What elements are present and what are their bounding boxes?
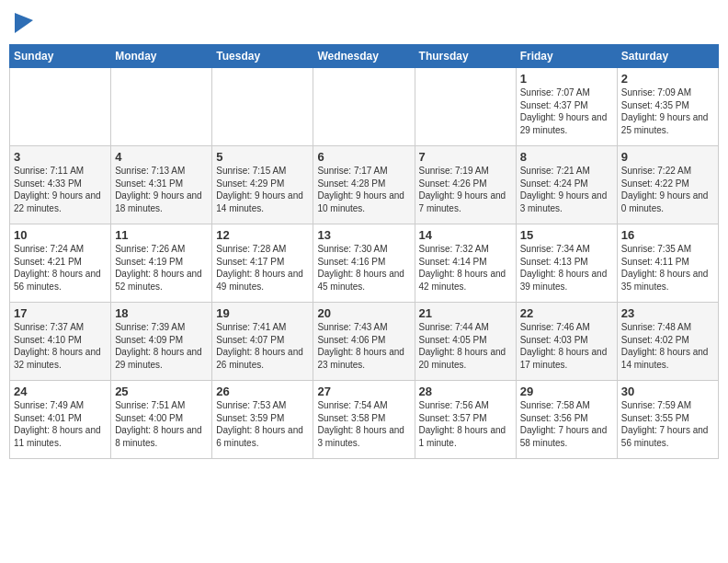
day-info: Sunrise: 7:51 AM Sunset: 4:00 PM Dayligh… <box>115 399 208 449</box>
day-number: 21 <box>419 306 512 320</box>
day-number: 27 <box>317 385 410 398</box>
calendar-cell: 18Sunrise: 7:39 AM Sunset: 4:09 PM Dayli… <box>111 303 212 381</box>
weekday-header-tuesday: Tuesday <box>212 45 313 68</box>
day-info: Sunrise: 7:26 AM Sunset: 4:19 PM Dayligh… <box>115 243 208 293</box>
calendar-cell: 12Sunrise: 7:28 AM Sunset: 4:17 PM Dayli… <box>212 224 313 303</box>
day-number: 10 <box>14 228 107 242</box>
calendar-cell: 20Sunrise: 7:43 AM Sunset: 4:06 PM Dayli… <box>313 303 415 381</box>
day-info: Sunrise: 7:07 AM Sunset: 4:37 PM Dayligh… <box>520 86 613 136</box>
calendar-cell: 28Sunrise: 7:56 AM Sunset: 3:57 PM Dayli… <box>415 381 516 459</box>
day-number: 6 <box>317 150 410 164</box>
weekday-header-thursday: Thursday <box>415 45 516 68</box>
day-info: Sunrise: 7:41 AM Sunset: 4:07 PM Dayligh… <box>216 321 309 371</box>
weekday-header-monday: Monday <box>111 45 212 68</box>
day-number: 22 <box>520 306 613 320</box>
calendar-cell: 19Sunrise: 7:41 AM Sunset: 4:07 PM Dayli… <box>212 303 313 381</box>
calendar-cell: 14Sunrise: 7:32 AM Sunset: 4:14 PM Dayli… <box>415 224 516 303</box>
calendar-cell: 3Sunrise: 7:11 AM Sunset: 4:33 PM Daylig… <box>10 146 111 224</box>
day-info: Sunrise: 7:17 AM Sunset: 4:28 PM Dayligh… <box>317 165 410 214</box>
calendar-cell <box>111 68 212 146</box>
logo <box>9 9 37 37</box>
day-info: Sunrise: 7:43 AM Sunset: 4:06 PM Dayligh… <box>317 321 410 371</box>
weekday-header-saturday: Saturday <box>617 45 718 68</box>
day-info: Sunrise: 7:19 AM Sunset: 4:26 PM Dayligh… <box>419 165 512 214</box>
calendar-week-5: 24Sunrise: 7:49 AM Sunset: 4:01 PM Dayli… <box>10 381 719 459</box>
day-info: Sunrise: 7:46 AM Sunset: 4:03 PM Dayligh… <box>520 321 613 371</box>
day-number: 5 <box>216 150 309 164</box>
calendar-cell: 16Sunrise: 7:35 AM Sunset: 4:11 PM Dayli… <box>617 224 718 303</box>
day-info: Sunrise: 7:49 AM Sunset: 4:01 PM Dayligh… <box>14 399 107 449</box>
day-number: 19 <box>216 306 309 320</box>
day-info: Sunrise: 7:35 AM Sunset: 4:11 PM Dayligh… <box>621 243 714 293</box>
day-info: Sunrise: 7:56 AM Sunset: 3:57 PM Dayligh… <box>419 399 512 449</box>
calendar-cell: 10Sunrise: 7:24 AM Sunset: 4:21 PM Dayli… <box>10 224 111 303</box>
header <box>9 9 719 37</box>
day-number: 23 <box>621 306 714 320</box>
calendar-cell: 2Sunrise: 7:09 AM Sunset: 4:35 PM Daylig… <box>617 68 718 146</box>
day-info: Sunrise: 7:09 AM Sunset: 4:35 PM Dayligh… <box>621 86 714 136</box>
day-info: Sunrise: 7:39 AM Sunset: 4:09 PM Dayligh… <box>115 321 208 371</box>
calendar-week-2: 3Sunrise: 7:11 AM Sunset: 4:33 PM Daylig… <box>10 146 719 224</box>
day-number: 11 <box>115 228 208 242</box>
day-number: 1 <box>520 72 613 86</box>
day-number: 16 <box>621 228 714 242</box>
day-info: Sunrise: 7:32 AM Sunset: 4:14 PM Dayligh… <box>419 243 512 293</box>
calendar-cell: 21Sunrise: 7:44 AM Sunset: 4:05 PM Dayli… <box>415 303 516 381</box>
calendar-cell: 17Sunrise: 7:37 AM Sunset: 4:10 PM Dayli… <box>10 303 111 381</box>
day-number: 12 <box>216 228 309 242</box>
day-info: Sunrise: 7:48 AM Sunset: 4:02 PM Dayligh… <box>621 321 714 371</box>
day-number: 30 <box>621 385 714 398</box>
day-info: Sunrise: 7:24 AM Sunset: 4:21 PM Dayligh… <box>14 243 107 293</box>
day-number: 13 <box>317 228 410 242</box>
calendar-cell: 9Sunrise: 7:22 AM Sunset: 4:22 PM Daylig… <box>617 146 718 224</box>
day-number: 25 <box>115 385 208 398</box>
weekday-header-friday: Friday <box>516 45 617 68</box>
calendar-cell: 8Sunrise: 7:21 AM Sunset: 4:24 PM Daylig… <box>516 146 617 224</box>
day-number: 18 <box>115 306 208 320</box>
day-number: 17 <box>14 306 107 320</box>
day-info: Sunrise: 7:22 AM Sunset: 4:22 PM Dayligh… <box>621 165 714 214</box>
calendar-cell: 22Sunrise: 7:46 AM Sunset: 4:03 PM Dayli… <box>516 303 617 381</box>
calendar-cell: 29Sunrise: 7:58 AM Sunset: 3:56 PM Dayli… <box>516 381 617 459</box>
calendar-cell <box>212 68 313 146</box>
calendar-cell: 6Sunrise: 7:17 AM Sunset: 4:28 PM Daylig… <box>313 146 415 224</box>
day-info: Sunrise: 7:28 AM Sunset: 4:17 PM Dayligh… <box>216 243 309 293</box>
calendar-cell: 4Sunrise: 7:13 AM Sunset: 4:31 PM Daylig… <box>111 146 212 224</box>
calendar-cell: 25Sunrise: 7:51 AM Sunset: 4:00 PM Dayli… <box>111 381 212 459</box>
day-info: Sunrise: 7:44 AM Sunset: 4:05 PM Dayligh… <box>419 321 512 371</box>
calendar-cell: 1Sunrise: 7:07 AM Sunset: 4:37 PM Daylig… <box>516 68 617 146</box>
calendar-cell: 23Sunrise: 7:48 AM Sunset: 4:02 PM Dayli… <box>617 303 718 381</box>
day-number: 2 <box>621 72 714 86</box>
day-info: Sunrise: 7:15 AM Sunset: 4:29 PM Dayligh… <box>216 165 309 214</box>
day-info: Sunrise: 7:58 AM Sunset: 3:56 PM Dayligh… <box>520 399 613 449</box>
calendar-cell: 7Sunrise: 7:19 AM Sunset: 4:26 PM Daylig… <box>415 146 516 224</box>
day-info: Sunrise: 7:53 AM Sunset: 3:59 PM Dayligh… <box>216 399 309 449</box>
calendar-cell: 11Sunrise: 7:26 AM Sunset: 4:19 PM Dayli… <box>111 224 212 303</box>
day-info: Sunrise: 7:21 AM Sunset: 4:24 PM Dayligh… <box>520 165 613 214</box>
calendar-cell <box>313 68 415 146</box>
calendar-cell: 13Sunrise: 7:30 AM Sunset: 4:16 PM Dayli… <box>313 224 415 303</box>
calendar-table: SundayMondayTuesdayWednesdayThursdayFrid… <box>9 44 719 459</box>
day-number: 7 <box>419 150 512 164</box>
day-info: Sunrise: 7:37 AM Sunset: 4:10 PM Dayligh… <box>14 321 107 371</box>
weekday-header-wednesday: Wednesday <box>313 45 415 68</box>
day-number: 29 <box>520 385 613 398</box>
calendar-cell: 30Sunrise: 7:59 AM Sunset: 3:55 PM Dayli… <box>617 381 718 459</box>
day-number: 20 <box>317 306 410 320</box>
calendar-week-4: 17Sunrise: 7:37 AM Sunset: 4:10 PM Dayli… <box>10 303 719 381</box>
svg-marker-0 <box>15 13 33 33</box>
calendar-cell <box>415 68 516 146</box>
calendar-week-1: 1Sunrise: 7:07 AM Sunset: 4:37 PM Daylig… <box>10 68 719 146</box>
day-info: Sunrise: 7:54 AM Sunset: 3:58 PM Dayligh… <box>317 399 410 449</box>
day-info: Sunrise: 7:59 AM Sunset: 3:55 PM Dayligh… <box>621 399 714 449</box>
day-info: Sunrise: 7:13 AM Sunset: 4:31 PM Dayligh… <box>115 165 208 214</box>
day-number: 26 <box>216 385 309 398</box>
day-info: Sunrise: 7:30 AM Sunset: 4:16 PM Dayligh… <box>317 243 410 293</box>
day-number: 4 <box>115 150 208 164</box>
day-number: 9 <box>621 150 714 164</box>
calendar-cell: 15Sunrise: 7:34 AM Sunset: 4:13 PM Dayli… <box>516 224 617 303</box>
day-number: 3 <box>14 150 107 164</box>
calendar-cell: 27Sunrise: 7:54 AM Sunset: 3:58 PM Dayli… <box>313 381 415 459</box>
calendar-cell <box>10 68 111 146</box>
calendar-cell: 24Sunrise: 7:49 AM Sunset: 4:01 PM Dayli… <box>10 381 111 459</box>
